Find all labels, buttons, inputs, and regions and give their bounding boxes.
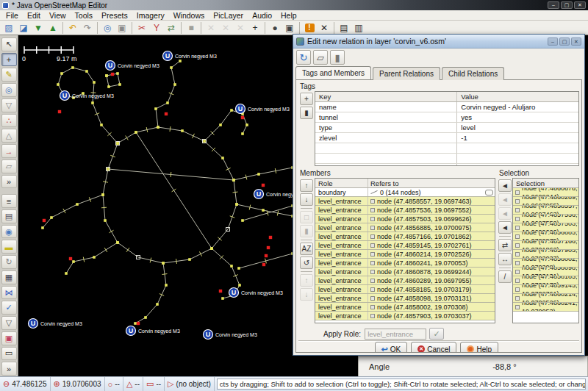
sync-tool-button[interactable]: ⇄ bbox=[164, 21, 179, 35]
way-node[interactable] bbox=[76, 203, 79, 206]
measure-panel-button[interactable]: ▭ bbox=[1, 347, 17, 361]
cancel-button[interactable]: ✕ Cancel bbox=[411, 342, 456, 353]
way-node[interactable] bbox=[257, 173, 260, 176]
tag-row[interactable]: typelevel bbox=[315, 123, 578, 133]
way-path[interactable] bbox=[135, 263, 166, 323]
selected-entrance-node[interactable] bbox=[165, 112, 168, 115]
industry-layer-button[interactable]: ▥ bbox=[351, 21, 366, 35]
marker-panel-button[interactable]: ▤ bbox=[1, 209, 17, 223]
way-node[interactable] bbox=[134, 322, 137, 325]
menu-presets[interactable]: Presets bbox=[97, 10, 132, 21]
selection-row[interactable]: node (47.4858098, 19.0703131) bbox=[513, 268, 578, 276]
adjacent-nodes-button[interactable]: ⇄ bbox=[498, 239, 512, 251]
add-after-button[interactable]: ◄ bbox=[498, 207, 512, 220]
reverse-members-button[interactable]: ↺ bbox=[300, 257, 313, 269]
duplicate-relation-button[interactable]: ▱ bbox=[313, 50, 328, 65]
delete-tag-button[interactable]: ▮ bbox=[300, 107, 313, 119]
tag-row[interactable]: zlevel-1 bbox=[315, 133, 578, 143]
tags-value-header[interactable]: Value bbox=[457, 92, 578, 101]
follow-line-tool-button[interactable]: → bbox=[1, 144, 17, 158]
way-node[interactable] bbox=[245, 123, 248, 126]
dialog-title-bar[interactable]: Edit new relation in layer 'corvin_v6.os… bbox=[293, 35, 584, 49]
menu-file[interactable]: File bbox=[1, 10, 23, 21]
upload-data-button[interactable]: ▲ bbox=[46, 21, 60, 35]
menu-view[interactable]: View bbox=[45, 10, 71, 21]
way-node[interactable] bbox=[262, 209, 265, 212]
selected-entrance-node[interactable] bbox=[267, 246, 270, 249]
way-path[interactable] bbox=[103, 127, 237, 263]
selection-row[interactable]: node (47.4858185, 19.0703179) bbox=[513, 276, 578, 285]
check-panel-button[interactable]: ✓ bbox=[1, 301, 17, 315]
delete-relation-button[interactable]: ▮ bbox=[330, 50, 345, 65]
selection-table[interactable]: Selection node (47.4860878, 19.0699244)n… bbox=[512, 178, 579, 323]
tag-row[interactable] bbox=[315, 143, 578, 154]
move-tool-button[interactable]: + bbox=[1, 53, 17, 67]
tab-parent-relations[interactable]: Parent Relations bbox=[373, 67, 440, 80]
menu-imagery[interactable]: Imagery bbox=[132, 10, 169, 21]
map-pin-panel-button[interactable]: ◉ bbox=[1, 225, 17, 239]
menu-tools[interactable]: Tools bbox=[71, 10, 98, 21]
member-row[interactable]: level_entrancenode (47.4856885, 19.07009… bbox=[315, 223, 495, 232]
way-node[interactable] bbox=[101, 193, 104, 196]
way-node[interactable] bbox=[135, 131, 137, 134]
member-row[interactable]: level_entrancenode (47.4857503, 19.06996… bbox=[315, 215, 495, 223]
validator-panel-button[interactable]: ⋈ bbox=[1, 286, 17, 300]
notes-panel-button[interactable]: ▬ bbox=[1, 240, 17, 254]
selection-row[interactable]: node (47.4857166, 19.0701862) bbox=[513, 241, 578, 250]
preferences-button[interactable]: ▣ bbox=[115, 21, 129, 35]
apply-role-confirm-button[interactable]: ✓ bbox=[429, 328, 444, 340]
terminal-panel-button[interactable]: ▦ bbox=[1, 270, 17, 284]
way-node[interactable] bbox=[241, 132, 244, 135]
redo-button[interactable]: ↷ bbox=[80, 21, 95, 35]
selected-entrance-node[interactable] bbox=[241, 116, 244, 119]
member-row[interactable]: level_entrancenode (47.4859145, 19.07027… bbox=[315, 241, 495, 250]
member-row[interactable]: level_entrancenode (47.4860289, 19.06979… bbox=[315, 276, 495, 285]
member-row[interactable]: level_entrancenode (47.4860241, 19.07005… bbox=[315, 259, 495, 268]
delete-button[interactable]: ✕ bbox=[317, 21, 331, 35]
download-data-button[interactable]: ▼ bbox=[31, 21, 46, 35]
way-node[interactable] bbox=[116, 142, 119, 145]
tab-tags-and-members[interactable]: Tags and Members bbox=[295, 66, 371, 79]
way-path[interactable] bbox=[43, 195, 103, 228]
way-node[interactable] bbox=[241, 219, 244, 222]
improve-way-tool-button[interactable]: ∴ bbox=[1, 114, 17, 128]
download-incomplete-button[interactable]: / bbox=[498, 270, 512, 283]
selected-entrance-node[interactable] bbox=[58, 110, 61, 113]
way-node[interactable] bbox=[221, 297, 224, 300]
way-node[interactable] bbox=[72, 260, 75, 263]
selection-row[interactable]: node (47.4857503, 19.0699626) bbox=[513, 223, 578, 232]
selection-row[interactable]: node (47.4860878, 19.0699244) bbox=[513, 188, 578, 197]
filter-panel-button[interactable]: ▽ bbox=[1, 316, 17, 330]
wrench-2-button[interactable]: ✕ bbox=[218, 21, 233, 35]
member-row[interactable]: level_entrancenode (47.4858002, 19.07030… bbox=[315, 303, 495, 312]
members-table[interactable]: Role Refers to boundary0 (144 nodes)leve… bbox=[315, 178, 495, 323]
way-node[interactable] bbox=[85, 70, 88, 73]
open-file-button[interactable]: ▨ bbox=[1, 21, 16, 35]
dialog-close-button[interactable]: ✕ bbox=[571, 37, 581, 46]
menu-windows[interactable]: Windows bbox=[169, 10, 209, 21]
selection-row[interactable]: node (47.4856885, 19.0700975) bbox=[513, 232, 578, 241]
way-node[interactable] bbox=[116, 241, 119, 244]
way-node[interactable] bbox=[104, 219, 107, 222]
splice-tool-button[interactable]: ✂ bbox=[135, 21, 149, 35]
selected-entrance-node[interactable] bbox=[111, 73, 114, 76]
dialog-maximize-button[interactable]: ▢ bbox=[559, 37, 570, 46]
selected-entrance-node[interactable] bbox=[43, 219, 46, 222]
tag-row[interactable] bbox=[315, 164, 578, 166]
way-node[interactable] bbox=[144, 316, 147, 319]
selected-entrance-node[interactable] bbox=[69, 257, 72, 260]
way-node[interactable] bbox=[166, 101, 169, 104]
tram-layer-button[interactable]: ▤ bbox=[337, 21, 351, 35]
way-node[interactable] bbox=[107, 85, 110, 88]
add-before-button[interactable]: ◄ bbox=[498, 193, 512, 206]
move-member-up-button[interactable]: ↑ bbox=[300, 274, 313, 287]
car-routing-button[interactable]: ● bbox=[268, 21, 282, 35]
copy-member-button[interactable]: □ bbox=[300, 211, 313, 223]
way-node[interactable] bbox=[65, 272, 68, 275]
way-node[interactable] bbox=[71, 66, 74, 69]
way-node[interactable] bbox=[93, 81, 96, 84]
undo-button[interactable]: ↶ bbox=[65, 21, 80, 35]
sort-members-button[interactable]: AZ bbox=[300, 243, 313, 255]
selected-entrance-node[interactable] bbox=[265, 254, 268, 257]
warning-button[interactable]: ! bbox=[302, 21, 317, 35]
